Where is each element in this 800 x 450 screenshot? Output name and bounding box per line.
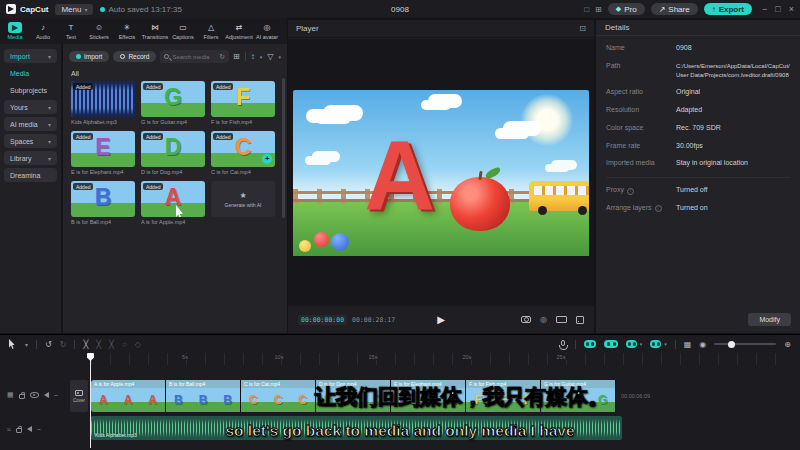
chevron-down-icon[interactable]: ▾ — [640, 341, 643, 347]
play-button[interactable]: ▶ — [437, 314, 445, 325]
sidebar-item-subprojects[interactable]: Subprojects — [4, 83, 57, 97]
tab-text[interactable]: TText — [57, 22, 85, 40]
timeline-clip-c-is-for-cat-mp4[interactable]: C is for Cat.mp4CCC — [241, 380, 316, 412]
media-tile-f-is-for-fish-mp4[interactable]: FAddedF is for Fish.mp4 — [211, 81, 275, 125]
grid-view-icon[interactable]: ⊞ — [233, 52, 240, 61]
tab-filters[interactable]: △Filters — [197, 22, 225, 40]
media-scrollbar[interactable] — [282, 78, 285, 218]
details-divider — [606, 177, 790, 178]
media-thumb[interactable]: AAdded — [141, 181, 205, 217]
select-tool-chevron-icon[interactable]: ▾ — [25, 341, 28, 348]
search-box[interactable]: ↻ — [160, 50, 229, 63]
import-button[interactable]: Import — [69, 51, 109, 62]
collapse-track-icon[interactable]: − — [37, 426, 41, 433]
media-tile-kids-alphabet-mp3[interactable]: AddedKids Alphabet.mp3 — [71, 81, 135, 125]
focus-icon[interactable]: ◎ — [540, 315, 547, 324]
sidebar-item-ai-media[interactable]: AI media▾ — [4, 117, 57, 131]
preview-quality-icon[interactable] — [556, 316, 567, 323]
tab-effects[interactable]: ✳Effects — [113, 22, 141, 40]
sidebar-item-yours[interactable]: Yours▾ — [4, 100, 57, 114]
delete-left-icon[interactable]: ╳ — [96, 340, 101, 349]
media-thumb[interactable]: FAdded — [211, 81, 275, 117]
collapse-track-icon[interactable]: − — [54, 392, 58, 399]
split-icon[interactable]: ╳ — [83, 340, 88, 349]
media-thumb[interactable]: DAdded — [141, 131, 205, 167]
media-tile-d-is-for-dog-mp4[interactable]: DAddedD is for Dog.mp4 — [141, 131, 205, 175]
lock-track-icon[interactable] — [19, 394, 25, 399]
detach-player-icon[interactable]: ⊡ — [579, 24, 586, 33]
timeline-clip-a-is-for-apple-mp4[interactable]: A is for Apple.mp4AAA — [91, 380, 166, 412]
redo-icon[interactable]: ↻ — [60, 340, 67, 349]
tab-audio[interactable]: ♪Audio — [29, 22, 57, 40]
keyframe-icon[interactable]: ◇ — [135, 340, 141, 349]
select-tool-icon[interactable] — [9, 339, 17, 349]
timeline-ruler[interactable]: 5s10s15s20s25s — [0, 353, 800, 365]
sidebar-item-library[interactable]: Library▾ — [4, 151, 57, 165]
filter-icon[interactable]: ▽ — [267, 52, 273, 61]
timeline-clip-b-is-for-ball-mp4[interactable]: B is for Ball.mp4BBB — [166, 380, 241, 412]
record-button[interactable]: Record — [113, 51, 156, 62]
media-thumb[interactable]: Added — [71, 81, 135, 117]
tab-media[interactable]: ▶Media — [1, 22, 29, 40]
maximize-button[interactable]: □ — [775, 4, 780, 14]
tab-ai-avatar[interactable]: ◎AI avatar — [253, 22, 281, 40]
media-tile-g-is-for-guitar-mp4[interactable]: GAddedG is for Guitar.mp4 — [141, 81, 205, 125]
hide-track-icon[interactable] — [30, 392, 39, 398]
clip-view-icon[interactable]: ▦ — [7, 391, 14, 399]
sidebar-item-import[interactable]: Import▾ — [4, 49, 57, 63]
mute-track-icon[interactable] — [27, 426, 32, 432]
media-tile-e-is-for-elephant-mp4[interactable]: EAddedE is for Elephant.mp4 — [71, 131, 135, 175]
snapping-icon[interactable]: ◉ — [699, 340, 706, 349]
layout-toggle-icon[interactable]: □ — [584, 5, 589, 14]
snapshot-icon[interactable] — [521, 316, 531, 323]
track-mode-toggle-icon[interactable] — [650, 340, 661, 348]
media-thumb[interactable]: CAdded+ — [211, 131, 275, 167]
media-thumb[interactable]: BAdded — [71, 181, 135, 217]
sort-icon[interactable]: ↕ — [251, 52, 255, 61]
zoom-slider-knob[interactable] — [728, 341, 735, 348]
tab-captions[interactable]: ▭Captions — [169, 22, 197, 40]
timeline-zoom-slider[interactable] — [714, 343, 776, 345]
menu-button[interactable]: Menu ▾ — [55, 4, 93, 15]
lock-track-icon[interactable] — [16, 428, 22, 433]
delete-right-icon[interactable]: ╳ — [109, 340, 114, 349]
media-thumb[interactable]: EAdded — [71, 131, 135, 167]
sidebar-item-dreamina[interactable]: Dreamina — [4, 168, 57, 182]
media-tile-c-is-for-cat-mp4[interactable]: CAdded+C is for Cat.mp4 — [211, 131, 275, 175]
export-button[interactable]: ↑ Export — [704, 3, 752, 15]
snap-toggle-icon[interactable] — [584, 340, 596, 348]
undo-icon[interactable]: ↺ — [45, 340, 52, 349]
media-thumb[interactable]: GAdded — [141, 81, 205, 117]
media-tile-generate-with-ai[interactable]: ★Generate with AI — [211, 181, 275, 225]
minimize-button[interactable]: − — [762, 4, 767, 14]
storyboard-icon[interactable]: ▦ — [684, 340, 692, 349]
tab-transitions[interactable]: ⋈Transitions — [141, 22, 169, 40]
cover-button[interactable]: Cover — [70, 380, 88, 412]
panel-layout-icon[interactable]: ⊞ — [595, 5, 602, 14]
link-toggle-icon[interactable] — [604, 340, 618, 348]
add-to-timeline-button[interactable]: + — [262, 154, 272, 164]
ruler-tick: 5s — [180, 354, 190, 360]
close-button[interactable]: × — [789, 4, 794, 14]
video-preview[interactable]: A — [293, 90, 589, 256]
tab-stickers[interactable]: ☺Stickers — [85, 22, 113, 40]
mute-track-icon[interactable] — [44, 392, 49, 398]
media-tile-b-is-for-ball-mp4[interactable]: BAddedB is for Ball.mp4 — [71, 181, 135, 225]
sidebar-item-spaces[interactable]: Spaces▾ — [4, 134, 57, 148]
playhead[interactable] — [90, 353, 91, 448]
zoom-in-icon[interactable]: ⊕ — [784, 340, 791, 349]
media-tile-a-is-for-apple-mp4[interactable]: AAddedA is for Apple.mp4 — [141, 181, 205, 225]
modify-button[interactable]: Modify — [748, 313, 791, 326]
search-input[interactable] — [172, 54, 216, 60]
tab-adjustment[interactable]: ⇄Adjustment — [225, 22, 253, 40]
pro-button[interactable]: ◆ Pro — [608, 3, 645, 15]
generate-with-ai-button[interactable]: ★Generate with AI — [211, 181, 275, 217]
voiceover-mic-icon[interactable] — [561, 340, 565, 346]
sidebar-item-media[interactable]: Media — [4, 66, 57, 80]
search-history-icon[interactable]: ↻ — [219, 53, 225, 61]
fullscreen-icon[interactable] — [576, 316, 584, 324]
chevron-down-icon[interactable]: ▾ — [664, 341, 667, 347]
mark-icon[interactable]: ○ — [122, 340, 127, 349]
share-button[interactable]: ↗ Share — [651, 3, 698, 15]
preview-toggle-icon[interactable] — [626, 340, 637, 348]
